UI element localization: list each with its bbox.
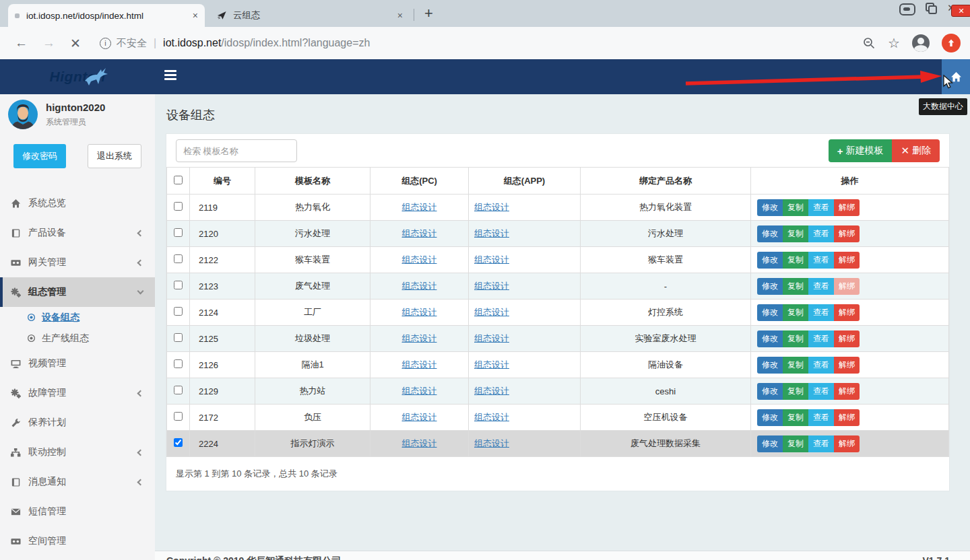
pc-design-link[interactable]: 组态设计: [402, 228, 437, 238]
omnibox[interactable]: i 不安全 | iot.idosp.net /idosp/index.html?…: [100, 37, 370, 50]
app-design-link[interactable]: 组态设计: [474, 307, 509, 317]
view-button[interactable]: 查看: [808, 278, 834, 295]
app-design-link[interactable]: 组态设计: [474, 412, 509, 422]
browser-profile-avatar[interactable]: [912, 34, 930, 52]
copy-button[interactable]: 复制: [783, 199, 808, 216]
tab-close-icon[interactable]: ×: [193, 10, 198, 21]
edit-button[interactable]: 修改: [757, 330, 783, 347]
big-data-center-button[interactable]: [942, 59, 970, 94]
select-all-checkbox[interactable]: [174, 176, 183, 184]
copy-button[interactable]: 复制: [783, 330, 808, 347]
row-checkbox[interactable]: [174, 281, 183, 289]
row-checkbox[interactable]: [174, 438, 183, 447]
edit-button[interactable]: 修改: [757, 278, 783, 295]
pc-design-link[interactable]: 组态设计: [402, 333, 437, 343]
sidebar-item-device-config[interactable]: 设备组态: [0, 307, 155, 328]
row-checkbox[interactable]: [174, 228, 183, 237]
view-button[interactable]: 查看: [808, 252, 834, 269]
pc-design-link[interactable]: 组态设计: [402, 202, 437, 212]
view-button[interactable]: 查看: [808, 435, 834, 452]
edit-button[interactable]: 修改: [757, 304, 783, 321]
row-checkbox[interactable]: [174, 412, 183, 421]
edit-button[interactable]: 修改: [757, 435, 783, 452]
view-button[interactable]: 查看: [808, 225, 834, 242]
new-template-button[interactable]: +新建模板: [829, 139, 893, 162]
copy-button[interactable]: 复制: [783, 435, 808, 452]
row-checkbox[interactable]: [174, 359, 183, 368]
hamburger-menu-icon[interactable]: [164, 70, 176, 82]
copy-button[interactable]: 复制: [783, 357, 808, 374]
edit-button[interactable]: 修改: [757, 199, 783, 216]
app-design-link[interactable]: 组态设计: [474, 254, 509, 265]
row-checkbox[interactable]: [174, 386, 183, 394]
view-button[interactable]: 查看: [808, 304, 834, 321]
edit-button[interactable]: 修改: [757, 225, 783, 242]
pc-design-link[interactable]: 组态设计: [402, 386, 437, 396]
unbind-button[interactable]: 解绑: [834, 278, 860, 295]
app-design-link[interactable]: 组态设计: [474, 202, 509, 212]
tab-current-page[interactable]: iot.idosp.net/idosp/index.html ×: [8, 4, 205, 27]
pc-design-link[interactable]: 组态设计: [402, 412, 437, 422]
sidebar-item-linkage-control[interactable]: 联动控制: [0, 438, 155, 467]
row-checkbox[interactable]: [174, 307, 183, 316]
change-password-button[interactable]: 修改密码: [13, 144, 66, 168]
sidebar-item-space-mgmt[interactable]: 空间管理: [0, 526, 155, 556]
copy-button[interactable]: 复制: [783, 304, 808, 321]
view-button[interactable]: 查看: [808, 409, 834, 426]
unbind-button[interactable]: 解绑: [834, 252, 860, 269]
row-checkbox[interactable]: [174, 254, 183, 263]
copy-button[interactable]: 复制: [783, 278, 808, 295]
app-design-link[interactable]: 组态设计: [474, 386, 509, 396]
app-design-link[interactable]: 组态设计: [474, 359, 509, 370]
view-button[interactable]: 查看: [808, 383, 834, 400]
sidebar-item-sms-mgmt[interactable]: 短信管理: [0, 497, 155, 526]
app-design-link[interactable]: 组态设计: [474, 333, 509, 343]
sidebar-item-video-mgmt[interactable]: 视频管理: [0, 349, 155, 378]
view-button[interactable]: 查看: [808, 330, 834, 347]
app-design-link[interactable]: 组态设计: [474, 438, 509, 448]
extension-icon[interactable]: [942, 34, 961, 53]
pc-design-link[interactable]: 组态设计: [402, 307, 437, 317]
edit-button[interactable]: 修改: [757, 357, 783, 374]
edit-button[interactable]: 修改: [757, 409, 783, 426]
minimize-button[interactable]: [899, 2, 916, 17]
pc-design-link[interactable]: 组态设计: [402, 254, 437, 265]
unbind-button[interactable]: 解绑: [834, 199, 860, 216]
unbind-button[interactable]: 解绑: [834, 357, 860, 374]
edit-button[interactable]: 修改: [757, 383, 783, 400]
row-checkbox[interactable]: [174, 202, 183, 211]
edit-button[interactable]: 修改: [757, 252, 783, 269]
close-button[interactable]: ✕ ✕: [947, 2, 965, 17]
restore-button[interactable]: [923, 2, 940, 17]
bookmark-star-icon[interactable]: ☆: [888, 35, 900, 51]
unbind-button[interactable]: 解绑: [834, 225, 860, 242]
sidebar-item-message-notify[interactable]: 消息通知: [0, 467, 155, 497]
zoom-out-icon[interactable]: [862, 36, 876, 50]
sidebar-item-system-overview[interactable]: 系统总览: [0, 188, 155, 218]
app-design-link[interactable]: 组态设计: [474, 281, 509, 291]
pc-design-link[interactable]: 组态设计: [402, 359, 437, 370]
tab-cloud-config[interactable]: 云组态 ×: [210, 4, 410, 27]
info-icon[interactable]: i: [100, 38, 111, 49]
sidebar-item-gateway-mgmt[interactable]: 网关管理: [0, 248, 155, 277]
unbind-button[interactable]: 解绑: [834, 409, 860, 426]
sidebar-item-line-config[interactable]: 生产线组态: [0, 328, 155, 349]
stop-reload-icon[interactable]: ✕: [70, 36, 81, 51]
view-button[interactable]: 查看: [808, 199, 834, 216]
search-input[interactable]: [176, 139, 297, 162]
logout-button[interactable]: 退出系统: [88, 144, 141, 168]
delete-button[interactable]: ✕删除: [892, 139, 940, 162]
back-icon[interactable]: ←: [15, 36, 28, 50]
copy-button[interactable]: 复制: [783, 252, 808, 269]
unbind-button[interactable]: 解绑: [834, 383, 860, 400]
copy-button[interactable]: 复制: [783, 225, 808, 242]
pc-design-link[interactable]: 组态设计: [402, 438, 437, 448]
copy-button[interactable]: 复制: [783, 409, 808, 426]
unbind-button[interactable]: 解绑: [834, 304, 860, 321]
sidebar-item-product-device[interactable]: 产品设备: [0, 218, 155, 248]
unbind-button[interactable]: 解绑: [834, 330, 860, 347]
unbind-button[interactable]: 解绑: [834, 435, 860, 452]
sidebar-item-maintenance-plan[interactable]: 保养计划: [0, 408, 155, 438]
pc-design-link[interactable]: 组态设计: [402, 281, 437, 291]
row-checkbox[interactable]: [174, 333, 183, 342]
